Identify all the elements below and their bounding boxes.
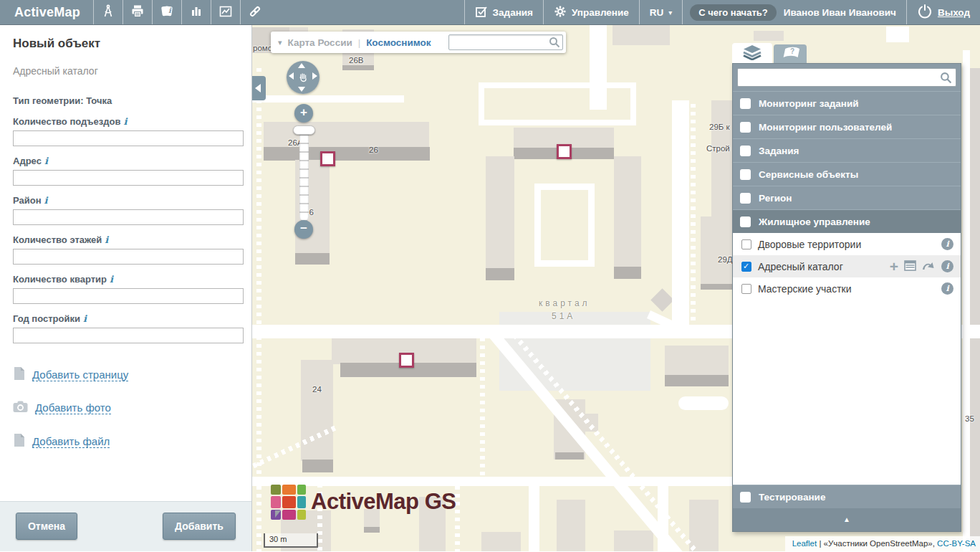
layer-group-monitoring-users[interactable]: Мониторинг пользователей <box>733 115 961 138</box>
layer-group-region[interactable]: Регион <box>733 186 961 209</box>
layer-info-button[interactable]: i <box>941 282 953 295</box>
add-button[interactable]: Добавить <box>163 513 236 540</box>
map-building <box>754 31 784 41</box>
admin-menu[interactable]: Управление <box>544 0 639 24</box>
sublayer-workshop-areas[interactable]: Мастерские участки i <box>733 277 961 300</box>
add-feature-button[interactable]: + <box>890 260 898 273</box>
search-icon[interactable] <box>549 37 560 50</box>
apartments-count-field[interactable] <box>13 288 244 304</box>
search-icon[interactable] <box>940 72 952 86</box>
pan-left-icon[interactable] <box>289 72 294 80</box>
base-layer-selected[interactable]: Карта России <box>288 37 352 48</box>
entrance-count-field[interactable] <box>13 130 244 146</box>
zoom-in-button[interactable]: + <box>294 104 313 123</box>
map-building <box>970 68 980 551</box>
map-canvas[interactable]: ромойка 26В 26А 26 26 24 квартал 51А 29Б… <box>252 25 980 551</box>
map-label: 24 <box>312 385 322 394</box>
measure-button[interactable] <box>94 0 123 24</box>
attribute-table-button[interactable] <box>904 260 916 273</box>
field-label: Количество квартирi <box>13 274 243 285</box>
info-hint[interactable]: i <box>83 313 87 324</box>
group-checkbox[interactable] <box>740 492 751 503</box>
cancel-button[interactable]: Отмена <box>16 513 77 540</box>
tasks-label: Задания <box>493 7 533 18</box>
group-checkbox[interactable] <box>740 146 751 156</box>
sublayer-label: Дворовые территории <box>758 239 861 250</box>
group-checkbox[interactable] <box>740 122 751 133</box>
leaflet-link[interactable]: Leaflet <box>792 539 817 548</box>
sublayer-yard-territories[interactable]: Дворовые территории i <box>733 233 961 255</box>
pan-up-icon[interactable] <box>298 63 305 68</box>
layer-checkbox[interactable] <box>741 284 751 294</box>
info-pages-button[interactable]: i <box>153 0 181 24</box>
tasks-menu[interactable]: Задания <box>465 0 543 24</box>
tab-legend[interactable]: ? <box>774 44 807 63</box>
info-hint[interactable]: i <box>110 274 113 285</box>
district-field[interactable] <box>13 209 244 225</box>
bar-chart-icon <box>189 4 203 21</box>
group-checkbox[interactable] <box>740 169 751 180</box>
map-building-shadow <box>302 460 333 472</box>
layers-search-input[interactable] <box>737 68 956 87</box>
group-checkbox[interactable] <box>740 216 751 227</box>
app-logo[interactable]: ActiveMap <box>0 0 93 24</box>
info-hint[interactable]: i <box>105 234 108 245</box>
info-pages-icon: i <box>160 4 174 21</box>
toolbar-divider <box>682 0 683 24</box>
floors-count-field[interactable] <box>13 249 244 265</box>
user-name[interactable]: Иванов Иван Иванович <box>779 0 906 24</box>
layer-group-housing[interactable]: Жилищное управление <box>733 209 961 233</box>
map-search-input[interactable] <box>448 34 563 50</box>
tab-layers[interactable] <box>732 43 772 63</box>
layer-group-testing[interactable]: Тестирование <box>733 485 961 508</box>
power-icon <box>917 4 933 22</box>
pan-right-icon[interactable] <box>312 72 317 80</box>
print-button[interactable] <box>123 0 152 24</box>
add-page-link[interactable]: Добавить страницу <box>32 368 128 381</box>
sublayer-address-catalog[interactable]: Адресный каталог + i <box>733 255 961 277</box>
pan-control[interactable] <box>287 61 320 94</box>
chevron-left-icon <box>255 84 261 92</box>
layer-group-monitoring-tasks[interactable]: Мониторинг заданий <box>733 91 961 115</box>
logout-button[interactable]: Выход <box>907 0 980 24</box>
map-building <box>689 500 719 551</box>
layer-info-button[interactable]: i <box>941 260 953 272</box>
info-hint[interactable]: i <box>123 116 127 127</box>
address-field[interactable] <box>13 170 244 186</box>
zoom-to-layer-button[interactable] <box>922 261 936 272</box>
getting-started-badge[interactable]: С чего начать? <box>690 4 776 21</box>
pan-down-icon[interactable] <box>298 87 305 92</box>
build-year-field[interactable] <box>13 328 244 343</box>
zoom-out-button[interactable]: − <box>294 220 313 239</box>
info-hint[interactable]: i <box>44 156 48 166</box>
layer-info-button[interactable]: i <box>941 238 953 250</box>
map-label: 35 <box>965 414 974 423</box>
map-building <box>557 500 585 551</box>
layer-checkbox-checked[interactable] <box>741 262 751 272</box>
language-selector[interactable]: RU ▾ <box>640 0 683 24</box>
add-photo-link[interactable]: Добавить фото <box>35 401 111 414</box>
add-file-link[interactable]: Добавить файл <box>32 435 110 448</box>
bar-chart-button[interactable] <box>182 0 211 24</box>
group-checkbox[interactable] <box>740 98 751 109</box>
map-marker[interactable] <box>399 353 414 368</box>
layer-group-service-objects[interactable]: Сервисные объекты <box>733 162 961 186</box>
group-checkbox[interactable] <box>740 193 751 204</box>
map-marker[interactable] <box>320 151 335 166</box>
group-label: Тестирование <box>759 492 825 503</box>
base-layer-alternate[interactable]: Космоснимок <box>366 37 431 48</box>
file-icon <box>13 366 25 383</box>
sidebar-collapse-button[interactable] <box>252 76 266 100</box>
link-button[interactable] <box>241 0 269 24</box>
map-marker[interactable] <box>557 144 572 159</box>
zoom-slider[interactable] <box>299 127 309 222</box>
panel-collapse-button[interactable]: ▲ <box>733 508 961 531</box>
activemap-gs-logo: ActiveMap GS <box>271 485 456 518</box>
layer-checkbox[interactable] <box>741 239 751 249</box>
chevron-down-icon[interactable]: ▾ <box>278 38 282 47</box>
license-link[interactable]: CC-BY-SA <box>937 539 976 548</box>
layer-group-tasks[interactable]: Задания <box>733 138 961 162</box>
zoom-slider-handle[interactable] <box>293 125 315 135</box>
info-hint[interactable]: i <box>44 195 48 206</box>
line-chart-button[interactable] <box>211 0 240 24</box>
